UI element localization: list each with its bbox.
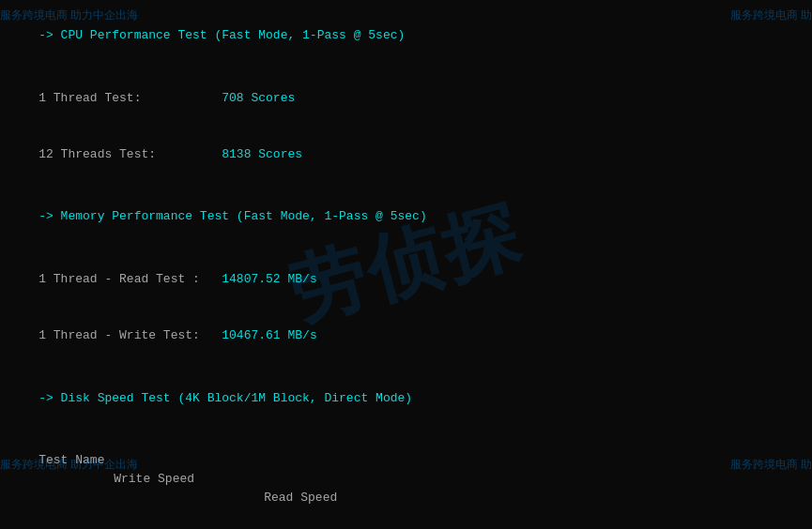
disk-table-header: Test Name Write Speed Read Speed (9, 432, 803, 527)
cpu-1thread: 1 Thread Test: 708 Scores (9, 69, 803, 126)
disk-header: -> Disk Speed Test (4K Block/1M Block, D… (9, 370, 803, 427)
cpu-header: -> CPU Performance Test (Fast Mode, 1-Pa… (9, 8, 803, 64)
memory-header: -> Memory Performance Test (Fast Mode, 1… (9, 189, 803, 245)
cpu-12thread: 12 Threads Test: 8138 Scores (9, 127, 803, 183)
mem-read: 1 Thread - Read Test : 14807.52 MB/s (9, 251, 803, 308)
terminal: 服务跨境电商 助力中企出海 服务跨境电商 助 服务跨境电商 助力中企出海 服务跨… (0, 0, 812, 529)
mem-write: 1 Thread - Write Test: 10467.61 MB/s (9, 308, 803, 364)
